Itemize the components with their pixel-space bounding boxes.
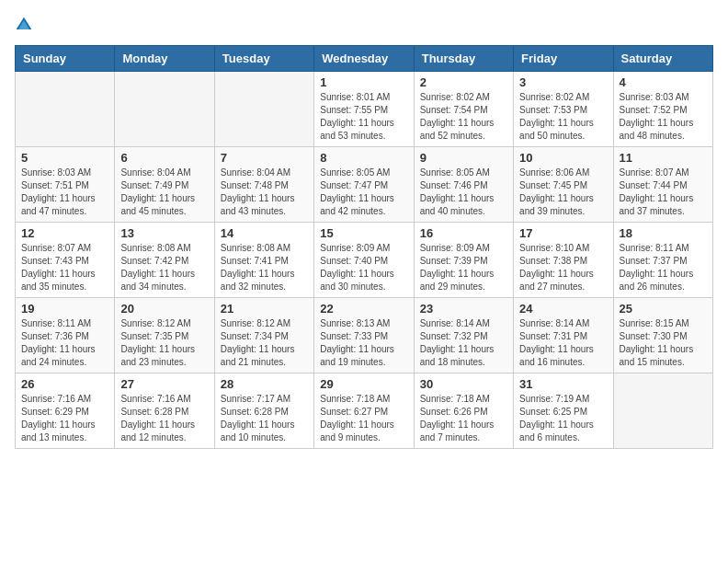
calendar-day-header: Wednesday [314, 46, 414, 72]
calendar-day-header: Thursday [414, 46, 513, 72]
calendar-week-row: 5Sunrise: 8:03 AM Sunset: 7:51 PM Daylig… [16, 147, 713, 223]
day-info: Sunrise: 7:17 AM Sunset: 6:28 PM Dayligh… [221, 393, 308, 444]
day-info: Sunrise: 7:18 AM Sunset: 6:26 PM Dayligh… [420, 393, 507, 444]
day-info: Sunrise: 8:14 AM Sunset: 7:31 PM Dayligh… [519, 317, 607, 369]
calendar-cell: 11Sunrise: 8:07 AM Sunset: 7:44 PM Dayli… [613, 147, 712, 223]
day-info: Sunrise: 8:09 AM Sunset: 7:39 PM Dayligh… [420, 242, 507, 293]
calendar-cell: 10Sunrise: 8:06 AM Sunset: 7:45 PM Dayli… [514, 147, 613, 223]
calendar-cell: 12Sunrise: 8:07 AM Sunset: 7:43 PM Dayli… [16, 223, 115, 298]
calendar-cell: 2Sunrise: 8:02 AM Sunset: 7:54 PM Daylig… [414, 72, 513, 147]
day-number: 9 [420, 151, 507, 165]
calendar-cell: 20Sunrise: 8:12 AM Sunset: 7:35 PM Dayli… [115, 298, 214, 373]
calendar-cell: 17Sunrise: 8:10 AM Sunset: 7:38 PM Dayli… [514, 223, 613, 298]
calendar-cell: 23Sunrise: 8:14 AM Sunset: 7:32 PM Dayli… [414, 298, 513, 373]
day-info: Sunrise: 8:08 AM Sunset: 7:42 PM Dayligh… [120, 242, 208, 293]
calendar-cell: 3Sunrise: 8:02 AM Sunset: 7:53 PM Daylig… [514, 72, 613, 147]
day-info: Sunrise: 8:06 AM Sunset: 7:45 PM Dayligh… [519, 167, 607, 218]
day-number: 26 [21, 377, 108, 391]
day-number: 21 [221, 302, 308, 316]
day-info: Sunrise: 8:12 AM Sunset: 7:34 PM Dayligh… [221, 317, 308, 369]
day-number: 7 [221, 151, 308, 165]
calendar: SundayMondayTuesdayWednesdayThursdayFrid… [15, 45, 713, 449]
day-info: Sunrise: 8:05 AM Sunset: 7:46 PM Dayligh… [420, 167, 507, 218]
calendar-cell: 30Sunrise: 7:18 AM Sunset: 6:26 PM Dayli… [414, 373, 513, 449]
day-info: Sunrise: 7:18 AM Sunset: 6:27 PM Dayligh… [320, 393, 407, 444]
calendar-day-header: Tuesday [214, 46, 313, 72]
calendar-cell: 18Sunrise: 8:11 AM Sunset: 7:37 PM Dayli… [613, 223, 712, 298]
page-header [15, 15, 713, 34]
calendar-day-header: Monday [115, 46, 214, 72]
calendar-cell: 26Sunrise: 7:16 AM Sunset: 6:29 PM Dayli… [16, 373, 115, 449]
day-number: 30 [420, 377, 507, 391]
day-number: 24 [519, 302, 607, 316]
day-number: 3 [519, 75, 607, 89]
day-number: 1 [320, 75, 407, 89]
logo [15, 15, 37, 34]
day-info: Sunrise: 8:03 AM Sunset: 7:51 PM Dayligh… [21, 167, 108, 218]
calendar-day-header: Sunday [16, 46, 115, 72]
calendar-day-header: Friday [514, 46, 613, 72]
day-info: Sunrise: 8:07 AM Sunset: 7:43 PM Dayligh… [21, 242, 108, 293]
calendar-week-row: 19Sunrise: 8:11 AM Sunset: 7:36 PM Dayli… [16, 298, 713, 373]
calendar-day-header: Saturday [613, 46, 712, 72]
calendar-cell: 5Sunrise: 8:03 AM Sunset: 7:51 PM Daylig… [16, 147, 115, 223]
calendar-cell [16, 72, 115, 147]
calendar-cell [115, 72, 214, 147]
day-number: 13 [120, 226, 208, 240]
calendar-cell: 25Sunrise: 8:15 AM Sunset: 7:30 PM Dayli… [613, 298, 712, 373]
calendar-cell: 6Sunrise: 8:04 AM Sunset: 7:49 PM Daylig… [115, 147, 214, 223]
calendar-week-row: 26Sunrise: 7:16 AM Sunset: 6:29 PM Dayli… [16, 373, 713, 449]
calendar-cell: 16Sunrise: 8:09 AM Sunset: 7:39 PM Dayli… [414, 223, 513, 298]
day-info: Sunrise: 8:11 AM Sunset: 7:37 PM Dayligh… [620, 242, 707, 293]
day-info: Sunrise: 8:01 AM Sunset: 7:55 PM Dayligh… [320, 91, 407, 143]
calendar-cell: 1Sunrise: 8:01 AM Sunset: 7:55 PM Daylig… [314, 72, 414, 147]
day-info: Sunrise: 8:09 AM Sunset: 7:40 PM Dayligh… [320, 242, 407, 293]
day-number: 14 [221, 226, 308, 240]
day-number: 20 [120, 302, 208, 316]
day-number: 19 [21, 302, 108, 316]
day-info: Sunrise: 8:04 AM Sunset: 7:49 PM Dayligh… [120, 167, 208, 218]
day-number: 29 [320, 377, 407, 391]
calendar-week-row: 12Sunrise: 8:07 AM Sunset: 7:43 PM Dayli… [16, 223, 713, 298]
day-info: Sunrise: 8:11 AM Sunset: 7:36 PM Dayligh… [21, 317, 108, 369]
day-info: Sunrise: 7:19 AM Sunset: 6:25 PM Dayligh… [519, 393, 607, 444]
calendar-cell: 19Sunrise: 8:11 AM Sunset: 7:36 PM Dayli… [16, 298, 115, 373]
calendar-cell: 21Sunrise: 8:12 AM Sunset: 7:34 PM Dayli… [214, 298, 313, 373]
calendar-cell: 14Sunrise: 8:08 AM Sunset: 7:41 PM Dayli… [214, 223, 313, 298]
day-info: Sunrise: 7:16 AM Sunset: 6:29 PM Dayligh… [21, 393, 108, 444]
day-number: 17 [519, 226, 607, 240]
day-number: 15 [320, 226, 407, 240]
day-number: 18 [620, 226, 707, 240]
calendar-cell: 4Sunrise: 8:03 AM Sunset: 7:52 PM Daylig… [613, 72, 712, 147]
day-number: 12 [21, 226, 108, 240]
calendar-cell: 29Sunrise: 7:18 AM Sunset: 6:27 PM Dayli… [314, 373, 414, 449]
day-info: Sunrise: 8:02 AM Sunset: 7:53 PM Dayligh… [519, 91, 607, 143]
day-number: 23 [420, 302, 507, 316]
calendar-cell: 27Sunrise: 7:16 AM Sunset: 6:28 PM Dayli… [115, 373, 214, 449]
calendar-cell: 22Sunrise: 8:13 AM Sunset: 7:33 PM Dayli… [314, 298, 414, 373]
logo-icon [15, 16, 33, 34]
day-info: Sunrise: 8:15 AM Sunset: 7:30 PM Dayligh… [620, 317, 707, 369]
day-number: 10 [519, 151, 607, 165]
day-number: 27 [120, 377, 208, 391]
calendar-body: 1Sunrise: 8:01 AM Sunset: 7:55 PM Daylig… [16, 72, 713, 449]
calendar-header-row: SundayMondayTuesdayWednesdayThursdayFrid… [16, 46, 713, 72]
day-number: 31 [519, 377, 607, 391]
day-info: Sunrise: 8:14 AM Sunset: 7:32 PM Dayligh… [420, 317, 507, 369]
calendar-cell: 24Sunrise: 8:14 AM Sunset: 7:31 PM Dayli… [514, 298, 613, 373]
day-info: Sunrise: 8:03 AM Sunset: 7:52 PM Dayligh… [620, 91, 707, 143]
calendar-cell: 7Sunrise: 8:04 AM Sunset: 7:48 PM Daylig… [214, 147, 313, 223]
day-number: 22 [320, 302, 407, 316]
day-info: Sunrise: 8:12 AM Sunset: 7:35 PM Dayligh… [120, 317, 208, 369]
day-info: Sunrise: 8:04 AM Sunset: 7:48 PM Dayligh… [221, 167, 308, 218]
day-number: 16 [420, 226, 507, 240]
calendar-cell: 9Sunrise: 8:05 AM Sunset: 7:46 PM Daylig… [414, 147, 513, 223]
calendar-cell: 8Sunrise: 8:05 AM Sunset: 7:47 PM Daylig… [314, 147, 414, 223]
day-info: Sunrise: 8:08 AM Sunset: 7:41 PM Dayligh… [221, 242, 308, 293]
calendar-cell: 28Sunrise: 7:17 AM Sunset: 6:28 PM Dayli… [214, 373, 313, 449]
day-number: 5 [21, 151, 108, 165]
calendar-cell: 15Sunrise: 8:09 AM Sunset: 7:40 PM Dayli… [314, 223, 414, 298]
day-number: 2 [420, 75, 507, 89]
day-info: Sunrise: 8:07 AM Sunset: 7:44 PM Dayligh… [620, 167, 707, 218]
day-number: 4 [620, 75, 707, 89]
